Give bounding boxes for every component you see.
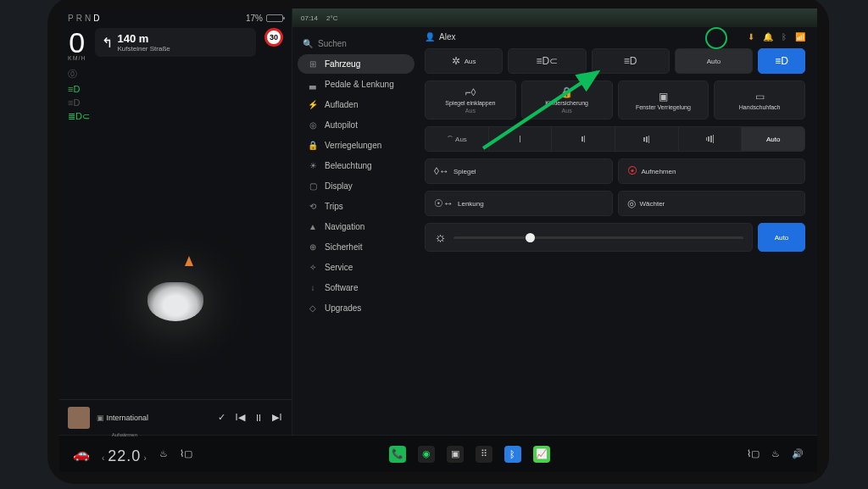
car-icon: ⊞	[308, 59, 318, 69]
energy-app-icon[interactable]: 📈	[533, 446, 550, 463]
menu-upgrades[interactable]: ◇Upgrades	[298, 298, 415, 318]
glovebox-icon: ▭	[755, 91, 765, 103]
battery-indicator: 17%	[246, 14, 283, 23]
menu-aufladen[interactable]: ⚡Aufladen	[298, 95, 415, 114]
sentry-icon: ◎	[627, 197, 636, 209]
menu-navigation[interactable]: ▲Navigation	[298, 217, 415, 236]
camera-app-icon[interactable]: ▣	[447, 446, 464, 463]
child-lock-button[interactable]: 🔒KindersicherungAus	[521, 81, 613, 119]
status-bar-left: PRND 17%	[59, 8, 292, 25]
menu-verriegelungen[interactable]: 🔒Verriegelungen	[298, 136, 415, 155]
high-beam-icon: ≡D	[68, 97, 292, 108]
hold-icon: ⓪	[68, 68, 292, 81]
high-beam-tile-icon: ≡D	[775, 55, 788, 67]
lock-icon: 🔒	[308, 141, 318, 150]
lte-icon[interactable]: 📶	[795, 32, 805, 42]
notification-icon[interactable]: 🔔	[763, 32, 773, 42]
menu-trips[interactable]: ⟲Trips	[298, 197, 415, 216]
phone-app-icon[interactable]: 📞	[389, 446, 406, 463]
lights-off-button[interactable]: ✲Aus	[425, 48, 503, 74]
wiper-4[interactable]	[679, 127, 743, 151]
menu-autopilot[interactable]: ◎Autopilot	[298, 115, 415, 135]
trips-icon: ⟲	[308, 202, 318, 211]
telltale-icons: ⓪ ≡D ≡D ≣D⊂	[59, 68, 292, 122]
dashcam-record-button[interactable]: ⦿Aufnehmen	[618, 158, 806, 184]
defrost-icon[interactable]: ⌇▢	[180, 448, 192, 459]
menu-service[interactable]: ✧Service	[298, 258, 415, 277]
dock-car-icon[interactable]: 🚗	[73, 446, 90, 462]
search-row[interactable]: 🔍 Suchen	[292, 34, 420, 53]
brightness-slider[interactable]: ☼	[425, 223, 753, 252]
bluetooth-icon[interactable]: ᛒ	[782, 32, 787, 42]
wiper-off[interactable]: ⌒ Aus	[426, 127, 489, 151]
wiper-icon: ⌒	[447, 135, 453, 144]
mirror-icon: ◊↔	[434, 165, 449, 177]
menu-display[interactable]: ▢Display	[298, 176, 415, 196]
defrost-rear-icon[interactable]: ⌇▢	[747, 448, 760, 459]
fold-mirrors-button[interactable]: ⌐◊Spiegel einklappenAus	[425, 81, 516, 119]
vehicle-render	[147, 282, 203, 321]
adjust-steering-button[interactable]: ☉↔Lenkung	[425, 191, 613, 216]
speed-value: 0	[69, 28, 85, 57]
mirror-fold-icon: ⌐◊	[465, 86, 476, 98]
all-apps-icon[interactable]: ⠿	[476, 446, 492, 463]
volume-icon[interactable]: 🔊	[792, 448, 804, 459]
pause-button[interactable]: II	[253, 413, 264, 423]
gear-indicator: PRND	[68, 14, 102, 23]
prev-button[interactable]: I◀	[234, 412, 246, 423]
adjust-mirrors-button[interactable]: ◊↔Spiegel	[425, 158, 613, 184]
vehicle-panel: 👤Alex ⬇ 🔔 ᛒ 📶 ✲Aus ≡D⊂ ≡D Auto ≡D	[420, 8, 817, 435]
driver-profile[interactable]: 👤Alex	[425, 32, 455, 42]
lights-park-button[interactable]: ≡D⊂	[508, 48, 586, 74]
slider-track[interactable]	[453, 236, 743, 239]
speed-unit: KM/H	[68, 55, 86, 61]
nav-street: Kufsteiner Straße	[118, 45, 170, 53]
driving-visualization	[59, 122, 292, 399]
menu-software[interactable]: ↓Software	[298, 278, 415, 297]
album-cover[interactable]	[68, 407, 90, 429]
window-lock-button[interactable]: ▣Fenster Verriegelung	[618, 81, 709, 119]
light-off-icon: ✲	[452, 55, 460, 67]
software-update-icon[interactable]: ⬇	[748, 32, 754, 42]
spotify-app-icon[interactable]: ◉	[418, 446, 435, 463]
next-button[interactable]: ▶I	[271, 412, 283, 423]
slider-thumb[interactable]	[526, 233, 535, 242]
like-button[interactable]: ✓	[215, 412, 227, 423]
map-status-bar: 07:14 2°C	[292, 8, 817, 27]
lights-auto-button[interactable]: Auto	[675, 48, 753, 74]
wiper-2[interactable]	[552, 127, 615, 151]
upgrade-icon: ◇	[308, 303, 318, 313]
bluetooth-app-icon[interactable]: ᛒ	[504, 446, 521, 463]
seat-heat-right-icon[interactable]: ♨	[771, 448, 780, 459]
sun-icon: ☀	[308, 161, 318, 170]
seat-heat-left-icon[interactable]: ♨	[159, 448, 168, 459]
search-icon: 🔍	[303, 39, 313, 48]
brightness-auto-button[interactable]: Auto	[758, 223, 805, 252]
window-lock-icon: ▣	[659, 91, 668, 103]
annotation-circle	[705, 27, 727, 49]
nav-card[interactable]: ↰ 140 m Kufsteiner Straße	[95, 28, 257, 57]
climate-label: Aufwärmen	[112, 432, 137, 437]
wiper-3[interactable]	[615, 127, 679, 151]
menu-pedale[interactable]: ▃Pedale & Lenkung	[298, 75, 415, 94]
low-beam-tile-icon: ≡D	[624, 55, 637, 67]
display-icon: ▢	[308, 181, 318, 191]
wiper-segment[interactable]: ⌒ Aus Auto	[425, 126, 805, 152]
wiper-auto[interactable]: Auto	[742, 127, 804, 151]
fog-light-icon: ≣D⊂	[68, 111, 292, 122]
cone-icon	[185, 256, 193, 266]
record-icon: ⦿	[627, 165, 637, 177]
menu-fahrzeug[interactable]: ⊞Fahrzeug	[298, 54, 415, 74]
menu-sicherheit[interactable]: ⊕Sicherheit	[298, 237, 415, 257]
wiper-1[interactable]	[489, 127, 553, 151]
sentry-button[interactable]: ◎Wächter	[618, 191, 806, 216]
low-beam-icon: ≡D	[68, 84, 292, 94]
high-beam-button[interactable]: ≡D	[758, 48, 805, 74]
brightness-icon: ☼	[434, 230, 447, 245]
lights-on-button[interactable]: ≡D	[592, 48, 670, 74]
glovebox-button[interactable]: ▭Handschuhfach	[714, 81, 805, 119]
media-bar[interactable]: ▣ International ✓ I◀ II ▶I	[59, 399, 292, 435]
menu-beleuchtung[interactable]: ☀Beleuchtung	[298, 156, 415, 175]
steering-icon: ☉↔	[434, 197, 453, 209]
climate-temp[interactable]: ‹22.0›	[102, 447, 147, 465]
